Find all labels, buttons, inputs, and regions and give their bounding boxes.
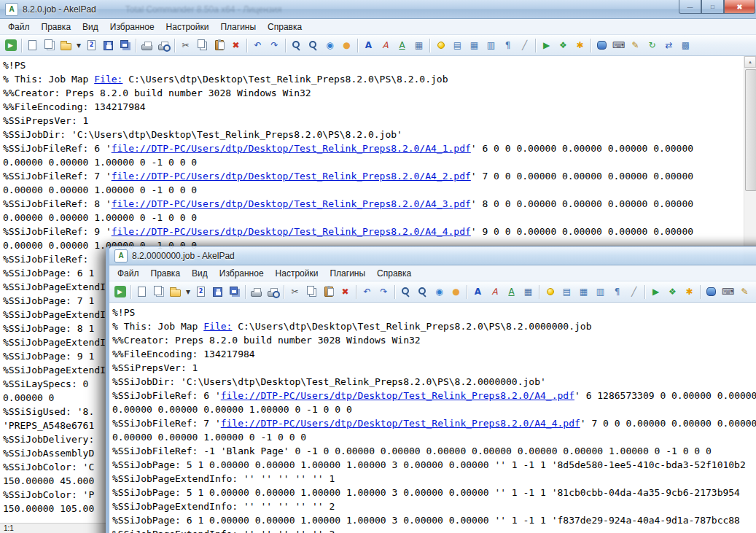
- copy-icon[interactable]: [194, 37, 211, 54]
- word-wrap-icon[interactable]: ¶: [499, 37, 516, 54]
- file-link[interactable]: file://DTP-PC/Users/dtp/Desktop/Test_Rel…: [112, 171, 471, 182]
- open-file-icon[interactable]: [58, 37, 74, 54]
- file-link[interactable]: File:: [203, 321, 232, 332]
- go-to-icon[interactable]: ◉: [431, 284, 448, 300]
- new-file-icon[interactable]: [24, 37, 41, 54]
- keyboard-icon[interactable]: ⌨: [610, 37, 627, 54]
- menu-item-5[interactable]: Плагины: [214, 20, 262, 34]
- file-link[interactable]: File:: [94, 74, 122, 85]
- find-next-icon[interactable]: [414, 284, 431, 300]
- refresh-icon[interactable]: ↻: [644, 37, 660, 54]
- codepage-table-icon[interactable]: ▦: [575, 284, 592, 300]
- save-all-icon[interactable]: [117, 37, 133, 54]
- find-next-icon[interactable]: [305, 37, 322, 54]
- charmap-icon[interactable]: ▦: [410, 37, 427, 54]
- word-wrap-icon[interactable]: ¶: [609, 284, 626, 300]
- line-numbers-icon[interactable]: ▤: [558, 284, 575, 300]
- delete-icon[interactable]: ✖: [227, 37, 244, 54]
- scripts-list-icon[interactable]: ❖: [555, 37, 572, 54]
- settings-gear-icon[interactable]: ✱: [681, 284, 698, 300]
- tools-icon[interactable]: ╱: [516, 37, 533, 54]
- print-icon[interactable]: [139, 37, 155, 54]
- menu-item-4[interactable]: Настройки: [160, 20, 215, 34]
- font-underline-icon[interactable]: A: [394, 37, 410, 54]
- print-preview-icon[interactable]: [155, 37, 172, 54]
- sessions-icon[interactable]: [593, 37, 610, 54]
- undo-icon[interactable]: ↶: [359, 284, 375, 300]
- stats-icon[interactable]: ▩: [677, 37, 694, 54]
- menu-item-3[interactable]: Избранное: [104, 20, 160, 34]
- sessions-icon[interactable]: [703, 284, 720, 300]
- minimize-button[interactable]: —: [679, 0, 701, 14]
- undo-icon[interactable]: ↶: [249, 37, 266, 54]
- font-italic-icon[interactable]: A: [486, 284, 503, 300]
- titlebar-front[interactable]: A 8.2.0000000.job - AkelPad: [109, 246, 756, 265]
- menu-item-3[interactable]: Избранное: [214, 266, 270, 281]
- menu-item-2[interactable]: Вид: [77, 20, 104, 34]
- sync-edits-icon[interactable]: ⇄: [660, 37, 677, 54]
- print-preview-icon[interactable]: [265, 284, 281, 300]
- cut-icon[interactable]: ✂: [177, 37, 194, 54]
- syntax-highlight-icon[interactable]: [542, 284, 558, 300]
- editor-front[interactable]: %!PS% This: Job Map File: C:\Users\dtp\D…: [109, 303, 756, 533]
- menu-item-5[interactable]: Плагины: [324, 266, 371, 281]
- menu-item-2[interactable]: Вид: [186, 266, 214, 281]
- new-window-icon[interactable]: [41, 37, 58, 54]
- scroll-thumb[interactable]: [745, 69, 756, 191]
- menu-item-0[interactable]: Файл: [2, 20, 36, 34]
- file-link[interactable]: file://DTP-PC/Users/dtp/Desktop/Test_Rel…: [112, 198, 471, 209]
- paste-icon[interactable]: [211, 37, 227, 54]
- execute-icon[interactable]: ▶: [112, 284, 128, 300]
- delete-icon[interactable]: ✖: [337, 284, 354, 300]
- save-file-icon[interactable]: [100, 37, 117, 54]
- new-window-icon[interactable]: [150, 284, 167, 300]
- keyboard-icon[interactable]: ⌨: [720, 284, 736, 300]
- scripts-list-icon[interactable]: ❖: [664, 284, 681, 300]
- paste-icon[interactable]: [320, 284, 337, 300]
- menu-item-4[interactable]: Настройки: [270, 266, 324, 281]
- reopen-file-icon[interactable]: 2: [83, 37, 100, 54]
- titlebar-back[interactable]: A 8.2.0.job - AkelPad Total Commander 8.…: [0, 0, 756, 19]
- close-button[interactable]: ✖: [724, 0, 755, 14]
- scroll-up-button[interactable]: ▲: [744, 56, 756, 68]
- charmap-icon[interactable]: ▦: [520, 284, 537, 300]
- print-icon[interactable]: [248, 284, 265, 300]
- redo-icon[interactable]: ↷: [266, 37, 283, 54]
- recent-locations-icon[interactable]: ●: [338, 37, 355, 54]
- refresh-icon[interactable]: ↻: [753, 284, 756, 300]
- menu-item-6[interactable]: Справка: [262, 20, 308, 34]
- menu-item-0[interactable]: Файл: [112, 266, 145, 281]
- run-script-icon[interactable]: ▶: [647, 284, 664, 300]
- macro-record-icon[interactable]: ✎: [627, 37, 644, 54]
- line-numbers-icon[interactable]: ▤: [449, 37, 466, 54]
- font-underline-icon[interactable]: A: [503, 284, 520, 300]
- menu-item-1[interactable]: Правка: [145, 266, 187, 281]
- go-to-icon[interactable]: ◉: [322, 37, 338, 54]
- font-color-icon[interactable]: A: [469, 284, 486, 300]
- new-file-icon[interactable]: [133, 284, 150, 300]
- file-link[interactable]: file://DTP-PC/Users/dtp/Desktop/Test_Rel…: [112, 226, 471, 237]
- maximize-button[interactable]: □: [701, 0, 724, 14]
- font-italic-icon[interactable]: A: [377, 37, 394, 54]
- run-script-icon[interactable]: ▶: [538, 37, 555, 54]
- find-icon[interactable]: [397, 284, 414, 300]
- redo-icon[interactable]: ↷: [375, 284, 392, 300]
- file-link[interactable]: file://DTP-PC/Users/dtp/Desktop/Test_Rel…: [221, 390, 574, 401]
- open-recent-dropdown-icon[interactable]: ▾: [184, 284, 192, 300]
- macro-record-icon[interactable]: ✎: [736, 284, 753, 300]
- find-icon[interactable]: [288, 37, 305, 54]
- codepage-table-icon[interactable]: ▦: [466, 37, 483, 54]
- file-link[interactable]: file://DTP-PC/Users/dtp/Desktop/Test_Rel…: [221, 418, 580, 429]
- recent-locations-icon[interactable]: ●: [448, 284, 464, 300]
- settings-gear-icon[interactable]: ✱: [572, 37, 588, 54]
- save-file-icon[interactable]: [209, 284, 226, 300]
- copy-icon[interactable]: [303, 284, 320, 300]
- open-file-icon[interactable]: [167, 284, 184, 300]
- menu-item-1[interactable]: Правка: [36, 20, 77, 34]
- cut-icon[interactable]: ✂: [287, 284, 303, 300]
- tools-icon[interactable]: ╱: [626, 284, 642, 300]
- file-link[interactable]: file://DTP-PC/Users/dtp/Desktop/Test_Rel…: [112, 143, 471, 154]
- open-recent-dropdown-icon[interactable]: ▾: [74, 37, 83, 54]
- split-view-icon[interactable]: ▥: [592, 284, 609, 300]
- syntax-highlight-icon[interactable]: [432, 37, 449, 54]
